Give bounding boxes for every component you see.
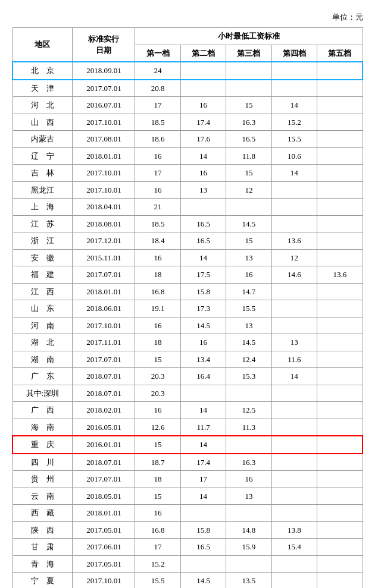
- tier2-cell: 16.5: [180, 539, 226, 556]
- col-tier4: 第四档: [271, 45, 317, 62]
- tier5-cell: [317, 436, 363, 454]
- date-cell: 2018.09.01: [73, 62, 135, 80]
- date-cell: 2017.10.01: [73, 317, 135, 334]
- region-cell: 重 庆: [13, 436, 73, 454]
- region-cell: 安 徽: [13, 249, 73, 266]
- tier5-cell: [317, 334, 363, 351]
- date-cell: 2018.07.01: [73, 368, 135, 385]
- tier5-cell: 13.6: [317, 266, 363, 284]
- tier3-cell: [226, 62, 271, 80]
- region-cell: 天 津: [13, 80, 73, 97]
- tier4-cell: 14: [271, 368, 317, 385]
- tier4-cell: [271, 62, 317, 80]
- tier5-cell: [317, 368, 363, 385]
- tier4-cell: [271, 573, 317, 589]
- tier5-cell: [317, 385, 363, 402]
- date-cell: 2018.06.01: [73, 300, 135, 317]
- table-row: 安 徽2015.11.0116141312: [13, 249, 363, 266]
- tier5-cell: [317, 131, 363, 148]
- tier1-cell: 15: [135, 351, 180, 368]
- tier4-cell: 14: [271, 165, 317, 182]
- tier2-cell: 16.4: [180, 368, 226, 385]
- table-row: 辽 宁2018.01.01161411.810.6: [13, 147, 363, 165]
- date-cell: 2016.07.01: [73, 97, 135, 114]
- table-row: 江 西2018.01.0116.815.814.7: [13, 283, 363, 300]
- tier3-cell: 15: [226, 165, 271, 182]
- region-cell: 浙 江: [13, 232, 73, 250]
- tier3-cell: 15: [226, 232, 271, 250]
- tier1-cell: 21: [135, 199, 180, 216]
- tier2-cell: 13.4: [180, 351, 226, 368]
- table-row: 海 南2016.05.0112.611.711.3: [13, 419, 363, 436]
- table-row: 黑龙江2017.10.01161312: [13, 181, 363, 199]
- tier1-cell: 20.3: [135, 385, 180, 402]
- table-row: 广 东2018.07.0120.316.415.314: [13, 368, 363, 385]
- table-row: 湖 南2017.07.011513.412.411.6: [13, 351, 363, 368]
- tier3-cell: 16.3: [226, 454, 271, 471]
- tier4-cell: [271, 419, 317, 436]
- tier3-cell: [226, 505, 271, 522]
- date-cell: 2018.02.01: [73, 402, 135, 419]
- tier5-cell: [317, 215, 363, 232]
- tier2-cell: 17.4: [180, 114, 226, 131]
- wage-table: 地区 标准实行日期 小时最低工资标准 第一档 第二档 第三档 第四档 第五档 北…: [12, 27, 363, 588]
- col-tier1: 第一档: [135, 45, 180, 62]
- tier2-cell: [180, 505, 226, 522]
- tier5-cell: [317, 419, 363, 436]
- tier3-cell: [226, 80, 271, 97]
- tier2-cell: 17.3: [180, 300, 226, 317]
- tier1-cell: 15.2: [135, 555, 180, 573]
- col-region: 地区: [13, 28, 73, 62]
- tier4-cell: [271, 454, 317, 471]
- tier3-cell: 13: [226, 488, 271, 505]
- tier5-cell: [317, 181, 363, 199]
- tier5-cell: [317, 488, 363, 505]
- table-row: 云 南2018.05.01151413: [13, 488, 363, 505]
- tier4-cell: 10.6: [271, 147, 317, 165]
- tier5-cell: [317, 114, 363, 131]
- date-cell: 2018.01.01: [73, 505, 135, 522]
- date-cell: 2016.05.01: [73, 419, 135, 436]
- date-cell: 2018.05.01: [73, 488, 135, 505]
- date-cell: 2017.05.01: [73, 521, 135, 539]
- tier4-cell: 12: [271, 249, 317, 266]
- tier3-cell: 14.5: [226, 215, 271, 232]
- date-cell: 2017.07.01: [73, 471, 135, 488]
- tier5-cell: [317, 471, 363, 488]
- table-row: 浙 江2017.12.0118.416.51513.6: [13, 232, 363, 250]
- tier3-cell: [226, 199, 271, 216]
- table-row: 北 京2018.09.0124: [13, 62, 363, 80]
- region-cell: 其中:深圳: [13, 385, 73, 402]
- tier2-cell: 17.6: [180, 131, 226, 148]
- tier1-cell: 16.8: [135, 283, 180, 300]
- region-cell: 福 建: [13, 266, 73, 284]
- tier3-cell: 16.5: [226, 131, 271, 148]
- tier5-cell: [317, 300, 363, 317]
- table-row: 上 海2018.04.0121: [13, 199, 363, 216]
- tier1-cell: 16: [135, 505, 180, 522]
- region-cell: 贵 州: [13, 471, 73, 488]
- date-cell: 2017.08.01: [73, 131, 135, 148]
- table-row: 福 建2017.07.011817.51614.613.6: [13, 266, 363, 284]
- date-cell: 2017.06.01: [73, 539, 135, 556]
- tier2-cell: 17.5: [180, 266, 226, 284]
- tier4-cell: [271, 555, 317, 573]
- table-row: 贵 州2017.07.01181716: [13, 471, 363, 488]
- table-row: 河 北2016.07.0117161514: [13, 97, 363, 114]
- date-cell: 2018.01.01: [73, 147, 135, 165]
- region-cell: 湖 南: [13, 351, 73, 368]
- tier4-cell: [271, 283, 317, 300]
- region-cell: 河 南: [13, 317, 73, 334]
- tier5-cell: [317, 555, 363, 573]
- tier1-cell: 15: [135, 436, 180, 454]
- tier5-cell: [317, 97, 363, 114]
- tier5-cell: [317, 539, 363, 556]
- table-row: 吉 林2017.10.0117161514: [13, 165, 363, 182]
- tier4-cell: 14.6: [271, 266, 317, 284]
- tier4-cell: [271, 505, 317, 522]
- tier1-cell: 17: [135, 539, 180, 556]
- tier3-cell: 12.5: [226, 402, 271, 419]
- tier3-cell: 13: [226, 317, 271, 334]
- tier4-cell: [271, 488, 317, 505]
- tier3-cell: 16: [226, 471, 271, 488]
